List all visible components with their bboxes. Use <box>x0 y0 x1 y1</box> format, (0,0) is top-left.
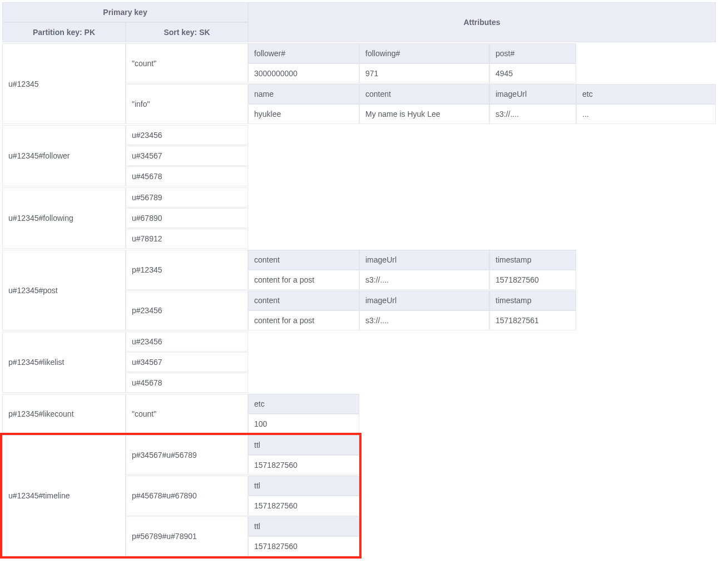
group-likelist: p#12345#likelist u#23456 u#34567 u#45678 <box>2 332 716 393</box>
item-timeline-2: p#45678#u#67890 ttl 1571827560 <box>126 476 359 516</box>
pk-cell: u#12345#follower <box>2 125 126 186</box>
attr-value: s3://.... <box>489 104 576 124</box>
attr-value: s3://.... <box>359 270 489 290</box>
header-row: Primary key Partition key: PK Sort key: … <box>2 2 716 42</box>
attr-value: 4945 <box>489 63 576 83</box>
sk-cell: p#12345 <box>126 250 248 290</box>
item-user-count: "count" follower# following# post# 30000… <box>126 43 716 83</box>
dynamodb-table-diagram: Primary key Partition key: PK Sort key: … <box>2 2 716 556</box>
attr-value: s3://.... <box>359 310 489 330</box>
attr-header: ttl <box>248 476 359 496</box>
group-following: u#12345#following u#56789 u#67890 u#7891… <box>2 187 716 249</box>
attr-value: hyuklee <box>248 104 359 124</box>
attr-value: 1571827561 <box>489 310 576 330</box>
item-user-info: "info" name content imageUrl etc hyuklee… <box>126 84 716 124</box>
attr-header: following# <box>359 43 489 63</box>
sk-cell: "count" <box>126 43 248 83</box>
attr-value: 1571827560 <box>248 455 359 475</box>
pk-cell: u#12345#following <box>2 187 126 249</box>
attr-header: ttl <box>248 516 359 536</box>
item-timeline-3: p#56789#u#78901 ttl 1571827560 <box>126 516 359 556</box>
sk-cell: u#34567 <box>126 352 248 372</box>
sk-cell: u#45678 <box>126 166 248 186</box>
attr-header: content <box>359 84 489 104</box>
sk-cell: u#45678 <box>126 373 248 393</box>
attr-value: ... <box>576 104 716 124</box>
attr-header: content <box>248 250 359 270</box>
group-likecount: p#12345#likecount "count" etc 100 <box>2 394 716 434</box>
group-user: u#12345 "count" follower# following# pos… <box>2 43 716 124</box>
sk-cell: p#56789#u#78901 <box>126 516 248 556</box>
attr-value: 3000000000 <box>248 63 359 83</box>
attr-value: My name is Hyuk Lee <box>359 104 489 124</box>
attr-value: 971 <box>359 63 489 83</box>
sk-cell: u#78912 <box>126 229 248 249</box>
attr-value: 1571827560 <box>489 270 576 290</box>
group-post: u#12345#post p#12345 content imageUrl ti… <box>2 250 716 330</box>
item-post-1: p#12345 content imageUrl timestamp conte… <box>126 250 576 290</box>
sk-cell: "info" <box>126 84 248 124</box>
attr-header: etc <box>576 84 716 104</box>
attr-header: imageUrl <box>359 250 489 270</box>
header-primary-key: Primary key <box>2 2 248 22</box>
attr-header: post# <box>489 43 576 63</box>
sk-cell: "count" <box>126 394 248 434</box>
sk-cell: u#56789 <box>126 187 248 207</box>
attr-value: content for a post <box>248 310 359 330</box>
attr-header: follower# <box>248 43 359 63</box>
sk-cell: u#23456 <box>126 332 248 352</box>
group-follower: u#12345#follower u#23456 u#34567 u#45678 <box>2 125 716 186</box>
attr-value: 100 <box>248 414 359 434</box>
header-attributes: Attributes <box>248 2 716 42</box>
attr-header: ttl <box>248 435 359 455</box>
item-post-2: p#23456 content imageUrl timestamp conte… <box>126 290 576 330</box>
attr-header: timestamp <box>489 290 576 310</box>
sk-cell: u#67890 <box>126 208 248 228</box>
header-sort-key: Sort key: SK <box>126 22 248 42</box>
pk-cell: u#12345#post <box>2 250 126 330</box>
item-timeline-1: p#34567#u#56789 ttl 1571827560 <box>126 435 359 475</box>
attr-value: 1571827560 <box>248 496 359 516</box>
attr-header: name <box>248 84 359 104</box>
group-timeline: u#12345#timeline p#34567#u#56789 ttl 157… <box>2 435 716 556</box>
attr-header: imageUrl <box>359 290 489 310</box>
attr-header: etc <box>248 394 359 414</box>
sk-cell: u#34567 <box>126 146 248 166</box>
attr-header: content <box>248 290 359 310</box>
pk-cell: u#12345 <box>2 43 126 124</box>
sk-cell: p#34567#u#56789 <box>126 435 248 475</box>
sk-cell: p#23456 <box>126 290 248 330</box>
attr-value: 1571827560 <box>248 536 359 556</box>
attr-header: imageUrl <box>489 84 576 104</box>
pk-cell: p#12345#likelist <box>2 332 126 393</box>
sk-cell: p#45678#u#67890 <box>126 476 248 516</box>
header-partition-key: Partition key: PK <box>2 22 126 42</box>
pk-cell: u#12345#timeline <box>2 435 126 556</box>
attr-header: timestamp <box>489 250 576 270</box>
sk-cell: u#23456 <box>126 125 248 145</box>
pk-cell: p#12345#likecount <box>2 394 126 434</box>
attr-value: content for a post <box>248 270 359 290</box>
